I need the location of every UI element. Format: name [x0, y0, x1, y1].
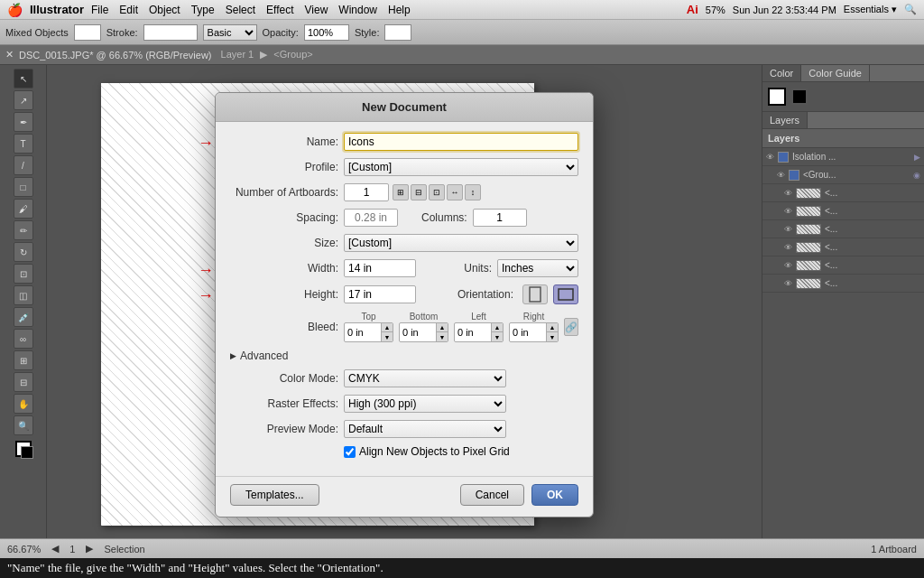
zoom-level[interactable]: 66.67%	[7, 544, 41, 555]
style-input[interactable]	[384, 24, 411, 41]
raster-select[interactable]: High (300 ppi) Medium (150 ppi) Low (72 …	[344, 395, 506, 413]
bleed-right-step-up[interactable]: ▲	[547, 323, 558, 332]
color-mode-label: Color Mode:	[230, 372, 338, 385]
bleed-right-input[interactable]	[510, 324, 546, 340]
tool-scale[interactable]: ⊡	[14, 264, 33, 284]
name-input[interactable]	[344, 133, 578, 151]
spacing-input[interactable]	[344, 209, 398, 227]
bleed-bottom-input[interactable]	[400, 324, 436, 340]
artboard-grid-btn-2[interactable]: ⊟	[411, 184, 427, 200]
bleed-left-step-down[interactable]: ▼	[492, 332, 503, 341]
bleed-bottom-step-up[interactable]: ▲	[437, 323, 448, 332]
tool-line[interactable]: /	[14, 155, 33, 175]
bleed-top-step-down[interactable]: ▼	[382, 332, 393, 341]
artboard-grid-btn-1[interactable]: ⊞	[393, 184, 409, 200]
layer-expand-0[interactable]: ▶	[914, 153, 920, 162]
preview-mode-select[interactable]: Default Pixel Overprint	[344, 420, 506, 438]
layer-item-3[interactable]: 👁 <...	[762, 202, 924, 220]
stroke-swatch[interactable]	[791, 89, 808, 105]
bleed-left-input[interactable]	[455, 324, 491, 340]
height-input[interactable]	[344, 285, 416, 303]
bleed-right-label: Right	[523, 312, 544, 322]
file-tab[interactable]: DSC_0015.JPG* @ 66.67% (RGB/Preview)	[19, 50, 212, 61]
tool-direct-select[interactable]: ↗	[14, 90, 33, 110]
stroke-value-input[interactable]	[143, 24, 198, 41]
tool-eyedropper[interactable]: 💉	[14, 307, 33, 327]
tool-hand[interactable]: ✋	[14, 394, 33, 414]
width-input[interactable]	[344, 259, 416, 277]
size-select[interactable]: [Custom]	[344, 234, 578, 252]
stroke-style-select[interactable]: Basic	[203, 24, 257, 41]
units-select[interactable]: Inches	[497, 259, 578, 277]
landscape-orientation-btn[interactable]	[553, 284, 578, 304]
bleed-right-step-down[interactable]: ▼	[547, 332, 558, 341]
main-area: ↖ ↗ ✒ T / □ 🖌 ✏ ↻ ⊡ ◫ 💉 ∞ ⊞ ⊟ ✋ 🔍	[0, 65, 924, 538]
preview-mode-label: Preview Mode:	[230, 423, 338, 435]
tool-paintbrush[interactable]: 🖌	[14, 199, 33, 219]
artboard-nav-prev[interactable]: ◀	[51, 543, 59, 555]
menu-help[interactable]: Help	[388, 4, 411, 16]
layer-item-4[interactable]: 👁 <...	[762, 220, 924, 238]
fill-swatch[interactable]	[768, 88, 786, 106]
tool-slice[interactable]: ⊟	[14, 372, 33, 392]
bleed-top-input[interactable]	[345, 324, 381, 340]
menu-edit[interactable]: Edit	[119, 4, 138, 16]
cancel-button[interactable]: Cancel	[460, 484, 524, 506]
layer-item-7[interactable]: 👁 <...	[762, 275, 924, 293]
portrait-orientation-btn[interactable]	[522, 284, 548, 304]
layer-item-6[interactable]: 👁 <...	[762, 256, 924, 275]
menu-file[interactable]: File	[91, 4, 108, 16]
bleed-left-step-up[interactable]: ▲	[492, 323, 503, 332]
search-icon[interactable]: 🔍	[904, 4, 917, 15]
artboard-grid-btn-5[interactable]: ↕	[465, 184, 481, 200]
menu-effect[interactable]: Effect	[266, 4, 293, 16]
tool-pen[interactable]: ✒	[14, 112, 33, 132]
artboard-grid-btn-4[interactable]: ↔	[447, 184, 463, 200]
layer-item-5[interactable]: 👁 <...	[762, 238, 924, 256]
tool-rotate[interactable]: ↻	[14, 242, 33, 262]
profile-select[interactable]: [Custom]	[344, 158, 578, 176]
layer-item-group[interactable]: 👁 <Grou... ◉	[762, 166, 924, 184]
tool-gradient[interactable]: ◫	[14, 285, 33, 305]
ok-button[interactable]: OK	[531, 484, 578, 506]
menu-view[interactable]: View	[305, 4, 328, 16]
bleed-lock-button[interactable]: 🔗	[564, 318, 578, 336]
eye-icon-2: 👁	[784, 189, 792, 198]
bleed-top-step-up[interactable]: ▲	[382, 323, 393, 332]
apple-icon[interactable]: 🍎	[7, 3, 23, 17]
tool-blend[interactable]: ∞	[14, 329, 33, 349]
artboard-nav-next[interactable]: ▶	[86, 543, 93, 555]
group-label: <Group>	[273, 49, 312, 60]
advanced-triangle-icon[interactable]: ▶	[230, 351, 236, 360]
tool-zoom[interactable]: 🔍	[14, 415, 33, 435]
tool-artboard[interactable]: ⊞	[14, 350, 33, 370]
layer-name-1: <Grou...	[803, 170, 836, 180]
layers-tab[interactable]: Layers	[762, 112, 808, 128]
artboard-grid-btn-3[interactable]: ⊡	[429, 184, 445, 200]
menu-window[interactable]: Window	[338, 4, 377, 16]
bleed-bottom-steppers: ▲ ▼	[436, 323, 448, 341]
essentials-menu[interactable]: Essentials ▾	[844, 4, 897, 15]
tool-pencil[interactable]: ✏	[14, 220, 33, 240]
artboards-input[interactable]	[344, 183, 389, 201]
align-checkbox[interactable]	[344, 446, 356, 458]
stroke-input[interactable]	[74, 24, 101, 41]
tool-rect[interactable]: □	[14, 177, 33, 197]
templates-button[interactable]: Templates...	[230, 484, 319, 506]
layer-item-2[interactable]: 👁 <...	[762, 184, 924, 202]
tool-type[interactable]: T	[14, 134, 33, 154]
opacity-input[interactable]	[304, 24, 349, 41]
width-arrow-icon: →	[198, 261, 214, 280]
bleed-right-input-wrapper: ▲ ▼	[509, 322, 559, 342]
bleed-bottom-step-down[interactable]: ▼	[437, 332, 448, 341]
columns-input[interactable]	[473, 209, 527, 227]
menu-select[interactable]: Select	[226, 4, 255, 16]
color-tab[interactable]: Color	[762, 65, 801, 81]
color-mode-select[interactable]: CMYK RGB	[344, 369, 506, 387]
menu-object[interactable]: Object	[149, 4, 180, 16]
close-icon[interactable]: ✕	[5, 49, 14, 61]
color-guide-tab[interactable]: Color Guide	[801, 65, 870, 81]
tool-select[interactable]: ↖	[14, 69, 33, 89]
layer-item-isolation[interactable]: 👁 Isolation ... ▶	[762, 148, 924, 166]
menu-type[interactable]: Type	[191, 4, 215, 16]
